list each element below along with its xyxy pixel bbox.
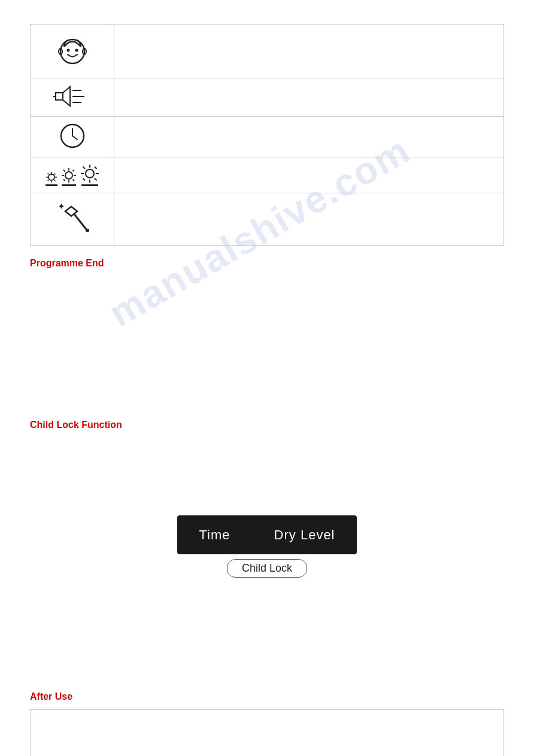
svg-rect-5 [56, 93, 63, 100]
svg-point-13 [48, 174, 54, 180]
sparkle-icon-cell [31, 193, 114, 246]
brightness-icon [37, 164, 108, 186]
table-row [31, 193, 504, 246]
svg-point-1 [66, 49, 69, 52]
programme-end-heading: Programme End [30, 258, 504, 269]
svg-line-12 [72, 136, 77, 139]
after-use-section: After Use [30, 679, 504, 756]
child-lock-button-label: Child Lock [227, 559, 307, 578]
child-face-icon-cell [31, 25, 114, 78]
child-face-desc [114, 25, 504, 78]
svg-line-19 [54, 180, 55, 181]
child-lock-display: Time Dry Level Child Lock [171, 515, 363, 578]
svg-point-41 [86, 229, 89, 232]
svg-line-36 [83, 167, 85, 169]
child-face-icon [56, 34, 89, 67]
child-lock-section: Child Lock Function Time Dry Level Child… [30, 408, 504, 679]
svg-line-30 [63, 180, 65, 181]
child-lock-heading: Child Lock Function [30, 420, 504, 430]
svg-point-22 [65, 172, 72, 179]
sparkle-wand-icon [53, 199, 92, 238]
volume-icon [53, 84, 92, 108]
svg-line-27 [63, 170, 65, 172]
table-row [31, 25, 504, 78]
svg-point-0 [60, 40, 84, 63]
volume-icon-cell [31, 78, 114, 117]
dry-level-label: Dry Level [274, 527, 335, 543]
clock-icon [59, 123, 86, 149]
brightness-desc [114, 157, 504, 193]
programme-end-section: Programme End [30, 246, 504, 408]
programme-end-body [30, 276, 504, 402]
table-row [31, 117, 504, 157]
brightness-icon-cell [31, 157, 114, 193]
svg-line-40 [75, 215, 86, 229]
svg-line-37 [95, 178, 97, 181]
svg-point-31 [86, 169, 94, 178]
clock-icon-cell [31, 117, 114, 157]
svg-line-20 [54, 174, 55, 175]
display-panel: Time Dry Level [177, 515, 357, 554]
time-label: Time [199, 527, 230, 543]
svg-line-21 [47, 180, 48, 181]
table-row [31, 78, 504, 117]
brightness-medium [61, 168, 77, 186]
svg-line-28 [72, 180, 74, 181]
brightness-small [45, 171, 57, 186]
svg-line-39 [83, 178, 85, 181]
svg-line-18 [47, 174, 48, 175]
svg-line-29 [72, 170, 74, 172]
after-use-heading: After Use [30, 691, 504, 702]
icon-table [30, 24, 504, 246]
volume-desc [114, 78, 504, 117]
brightness-large [80, 164, 99, 186]
child-lock-body: Time Dry Level Child Lock [30, 438, 504, 673]
sparkle-desc [114, 193, 504, 246]
svg-line-38 [95, 167, 97, 169]
table-row [31, 157, 504, 193]
svg-point-2 [75, 49, 78, 52]
clock-desc [114, 117, 504, 157]
after-use-box [30, 709, 504, 756]
